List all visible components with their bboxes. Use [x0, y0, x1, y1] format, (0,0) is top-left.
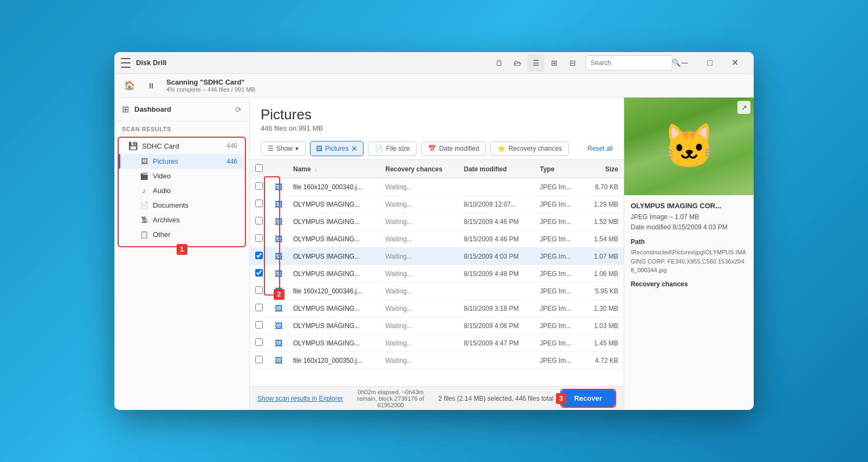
chip-close-btn[interactable]: ✕	[351, 144, 358, 153]
titlebar: Disk Drill 🗋 🗁 ☰ ⊞ ⊟ 🔍 ─ □ ✕	[114, 52, 754, 74]
table-row: 🖼 OLYMPUS IMAGING... Waiting... 8/10/200…	[250, 196, 624, 213]
sidebar-item-video[interactable]: 🎬 Video	[119, 169, 245, 183]
row-icon-cell: 🖼	[269, 213, 288, 230]
show-btn-label: Show	[276, 145, 293, 152]
row-checkbox-1[interactable]	[255, 200, 263, 207]
row-checkbox-3[interactable]	[255, 234, 263, 242]
sidebar: ⊞ Dashboard ⟳ Scan results 💾 SDHC Card 4…	[114, 98, 250, 410]
file-type-icon: 🖼	[275, 252, 282, 261]
archives-icon: 🗜	[140, 216, 148, 224]
minimize-btn[interactable]: ─	[672, 54, 697, 72]
maximize-btn[interactable]: □	[697, 54, 722, 72]
filter-icon: ☰	[268, 145, 274, 152]
row-checkbox-cell	[250, 196, 269, 213]
row-size: 1.29 MB	[583, 196, 624, 213]
row-checkbox-7[interactable]	[255, 304, 263, 311]
row-checkbox-8[interactable]	[255, 321, 263, 329]
row-date: 8/15/2009 4:06 PM	[458, 317, 534, 335]
home-btn[interactable]: 🏠	[121, 77, 138, 94]
documents-icon: 📄	[140, 201, 148, 209]
right-panel: ↗ OLYMPUS IMAGING COR... JPEG Image – 1.…	[624, 98, 754, 410]
row-checkbox-cell	[250, 178, 269, 196]
sidebar-item-pictures[interactable]: 🖼 Pictures 446	[119, 154, 245, 169]
row-checkbox-cell	[250, 317, 269, 335]
row-date: 8/15/2009 4:46 PM	[458, 213, 534, 230]
type-col-header[interactable]: Type	[534, 160, 583, 178]
preview-area: ↗	[624, 98, 754, 195]
file-type-icon: 🖼	[275, 287, 282, 296]
sidebar-item-sdhc[interactable]: 💾 SDHC Card 446	[119, 138, 245, 154]
recovery-chances-label: Recovery chances	[508, 145, 562, 152]
panel-view-btn[interactable]: ⊟	[564, 54, 581, 72]
row-date: 8/15/2009 4:46 PM	[458, 230, 534, 248]
row-checkbox-cell	[250, 335, 269, 352]
pause-btn[interactable]: ⏸	[142, 77, 160, 94]
file-size-label: File size	[386, 145, 410, 152]
row-date: 8/15/2009 4:03 PM	[458, 248, 534, 265]
row-name: OLYMPUS IMAGING...	[288, 335, 380, 352]
row-checkbox-5[interactable]	[255, 269, 263, 277]
filter-bar: ☰ Show ▾ 🖼 Pictures ✕ 📄 File size 📅 Date…	[250, 138, 624, 160]
row-date: 8/10/2009 3:18 PM	[458, 300, 534, 317]
recover-btn[interactable]: Recover	[561, 390, 615, 407]
row-type: JPEG Im...	[534, 196, 583, 213]
row-recovery: Waiting...	[380, 352, 458, 369]
row-checkbox-10[interactable]	[255, 356, 263, 363]
search-input[interactable]	[591, 59, 672, 67]
row-checkbox-6[interactable]	[255, 286, 263, 294]
list-view-btn[interactable]: ☰	[527, 54, 545, 72]
size-col-header[interactable]: Size	[583, 160, 624, 178]
menu-icon[interactable]	[121, 58, 131, 68]
open-preview-btn[interactable]: ↗	[737, 101, 750, 114]
bottom-status: 0h02m elapsed, ~0h43m remain, block 2738…	[349, 389, 432, 408]
row-checkbox-9[interactable]	[255, 338, 263, 346]
row-recovery: Waiting...	[380, 283, 458, 300]
row-recovery: Waiting...	[380, 248, 458, 265]
row-size: 4.72 KB	[583, 352, 624, 369]
name-col-header[interactable]: Name ↓	[288, 160, 380, 178]
sdhc-label: SDHC Card	[142, 142, 222, 150]
recovery-chances-filter-btn[interactable]: ⭐ Recovery chances	[490, 142, 569, 156]
audio-icon: ♪	[140, 187, 148, 195]
grid-view-btn[interactable]: ⊞	[546, 54, 563, 72]
row-size: 1.52 MB	[583, 213, 624, 230]
sidebar-item-documents[interactable]: 📄 Documents	[119, 198, 245, 213]
row-date	[458, 352, 534, 369]
recovery-col-header[interactable]: Recovery chances	[380, 160, 458, 178]
show-scan-results-btn[interactable]: Show scan results in Explorer	[257, 395, 343, 402]
row-checkbox-cell	[250, 352, 269, 369]
row-icon-cell: 🖼	[269, 248, 288, 265]
row-size: 1.03 MB	[583, 317, 624, 335]
select-all-checkbox[interactable]	[255, 164, 263, 172]
panel-info: OLYMPUS IMAGING COR... JPEG Image – 1.07…	[624, 195, 754, 294]
row-type: JPEG Im...	[534, 248, 583, 265]
file-size-filter-btn[interactable]: 📄 File size	[368, 142, 417, 156]
row-checkbox-2[interactable]	[255, 217, 263, 224]
row-checkbox-4[interactable]	[255, 252, 263, 259]
show-filter-btn[interactable]: ☰ Show ▾	[261, 142, 306, 156]
date-modified-filter-btn[interactable]: 📅 Date modified	[421, 142, 486, 156]
row-date: 8/10/2009 12:07...	[458, 196, 534, 213]
date-modified-label: Date modified	[439, 145, 479, 152]
files-tbody: 🖼 file 160x120_000340.j... Waiting... JP…	[250, 178, 624, 369]
folder-icon-btn[interactable]: 🗁	[509, 54, 526, 72]
row-type: JPEG Im...	[534, 283, 583, 300]
app-name: Disk Drill	[136, 59, 166, 67]
row-type: JPEG Im...	[534, 317, 583, 335]
close-btn[interactable]: ✕	[722, 54, 747, 72]
file-table-container: 2 Name ↓ Recovery chances	[250, 160, 624, 386]
recovery-chances-panel-label: Recovery chances	[631, 280, 747, 288]
date-col-header[interactable]: Date modified	[458, 160, 534, 178]
sidebar-item-other[interactable]: 📋 Other	[119, 227, 245, 242]
row-checkbox-0[interactable]	[255, 182, 263, 190]
reset-all-btn[interactable]: Reset all	[587, 145, 613, 152]
sidebar-highlight-box: 💾 SDHC Card 446 🖼 Pictures 446 🎬 Video ♪…	[118, 137, 246, 247]
row-type: JPEG Im...	[534, 352, 583, 369]
sidebar-item-audio[interactable]: ♪ Audio	[119, 183, 245, 198]
sidebar-item-archives[interactable]: 🗜 Archives	[119, 213, 245, 227]
row-checkbox-cell	[250, 300, 269, 317]
save-icon-btn[interactable]: 🗋	[490, 54, 508, 72]
row-type: JPEG Im...	[534, 230, 583, 248]
row-icon-cell: 🖼	[269, 283, 288, 300]
pictures-filter-chip[interactable]: 🖼 Pictures ✕	[310, 141, 364, 156]
